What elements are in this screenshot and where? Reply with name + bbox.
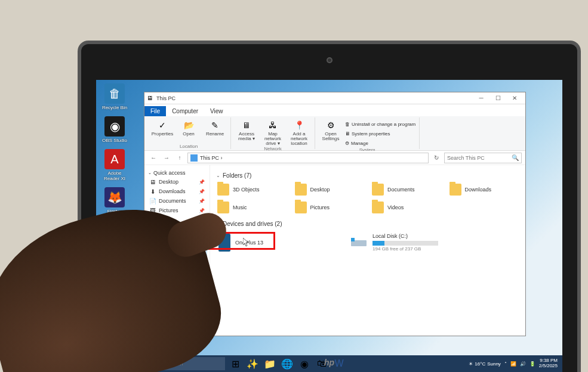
- add-location-button[interactable]: 📍Add a network location: [287, 117, 311, 146]
- uninstall-icon: 🗑: [345, 122, 350, 127]
- clock-date: 2/5/2025: [539, 364, 558, 369]
- folder-music[interactable]: Music: [216, 200, 288, 215]
- ribbon-group-system: ⚙Open Settings🗑Uninstall or change a pro…: [315, 117, 420, 149]
- folder-icon: [450, 184, 461, 196]
- folder-icon: [217, 184, 229, 196]
- thispc-icon: 🖥: [147, 95, 154, 102]
- tab-view[interactable]: View: [204, 106, 229, 116]
- nav-item-desktop[interactable]: 🖥Desktop📌: [147, 177, 207, 187]
- add-location-icon: 📍: [293, 119, 306, 132]
- folder-icon: [372, 184, 384, 196]
- access-media-icon: 🖥: [240, 119, 253, 132]
- window-controls: ─ ☐ ✕: [473, 93, 523, 104]
- chrome-taskbar-icon[interactable]: ◉: [297, 356, 312, 371]
- thispc-addr-icon: [190, 154, 198, 162]
- ribbon-group-network: 🖥Access media ▾🖧Map network drive ▾📍Add …: [231, 117, 315, 149]
- desktop-icon-label: OBS Studio: [100, 138, 130, 143]
- folders-section-header[interactable]: ⌄Folders (7): [216, 172, 519, 179]
- access-media-button[interactable]: 🖥Access media ▾: [235, 117, 258, 141]
- rename-button[interactable]: ✎Rename: [203, 117, 227, 137]
- drives-section-header[interactable]: ⌄Devices and drives (2): [216, 221, 519, 227]
- content-pane: ⌄Folders (7)3D ObjectsDesktopDocumentsDo…: [210, 165, 525, 336]
- close-button[interactable]: ✕: [506, 93, 523, 104]
- task-view-button[interactable]: ⊞: [227, 356, 243, 371]
- clock[interactable]: 9:38 PM 2/5/2025: [539, 358, 560, 369]
- uninstall-button[interactable]: 🗑Uninstall or change a program: [345, 120, 415, 128]
- maximize-button[interactable]: ☐: [490, 93, 506, 104]
- disk-icon: [350, 234, 368, 252]
- weather-cond: Sunny: [487, 361, 501, 367]
- search-icon: 🔍: [512, 154, 519, 161]
- manage-icon: ⚙: [345, 141, 349, 146]
- tab-file[interactable]: File: [144, 106, 166, 116]
- map-drive-button[interactable]: 🖧Map network drive ▾: [261, 117, 285, 146]
- open-settings-icon: ⚙: [324, 119, 337, 132]
- desktop-icon-obs[interactable]: ◉OBS Studio: [100, 116, 130, 143]
- search-box[interactable]: 🔍: [444, 153, 522, 163]
- pin-icon: 📌: [199, 179, 205, 185]
- ribbon-group-label: Location: [180, 144, 198, 149]
- folder-videos[interactable]: Videos: [371, 200, 442, 215]
- weather-widget[interactable]: ☀ 16°C Sunny: [469, 361, 501, 367]
- desktop-icon-adobe[interactable]: AAdobe Reader XI: [100, 149, 130, 181]
- nav-item-downloads[interactable]: ⬇Downloads📌: [147, 187, 207, 196]
- folder-desktop[interactable]: Desktop: [294, 182, 365, 197]
- folder-pictures[interactable]: Pictures: [294, 200, 365, 215]
- laptop-brand-logo: hp: [324, 358, 334, 367]
- tab-computer[interactable]: Computer: [166, 106, 204, 116]
- downloads-icon: ⬇: [149, 188, 156, 195]
- copilot-icon[interactable]: ✨: [245, 356, 260, 371]
- open-settings-button[interactable]: ⚙Open Settings: [319, 117, 343, 141]
- minimize-button[interactable]: ─: [473, 93, 490, 104]
- desktop-icon-recycle-bin[interactable]: 🗑Recycle Bin: [100, 83, 130, 110]
- pin-icon: 📌: [199, 199, 205, 204]
- sys-props-button[interactable]: 🖥System properties: [345, 129, 415, 138]
- open-button[interactable]: 📂Open: [177, 117, 201, 137]
- folder-icon: [217, 202, 229, 213]
- ribbon-group-location: ✓Properties📂Open✎RenameLocation: [147, 117, 231, 149]
- nav-quick-access[interactable]: ⌄Quick access: [147, 169, 207, 177]
- search-input[interactable]: [447, 155, 509, 161]
- ribbon-tabs: FileComputerView: [144, 104, 525, 116]
- sys-props-icon: 🖥: [345, 131, 350, 137]
- disk-usage-bar: [372, 241, 438, 246]
- address-text: This PC ›: [200, 155, 223, 161]
- drive-localdisk[interactable]: Local Disk (C:)194 GB free of 237 GB: [347, 231, 467, 254]
- up-button[interactable]: ↑: [174, 153, 185, 163]
- folder-icon: [295, 202, 307, 213]
- network-icon[interactable]: 📶: [510, 361, 516, 367]
- folder-documents[interactable]: Documents: [371, 182, 442, 197]
- properties-button[interactable]: ✓Properties: [150, 117, 174, 137]
- adobe-icon: A: [104, 149, 125, 169]
- forward-button[interactable]: →: [161, 153, 172, 163]
- edge-taskbar-icon[interactable]: 🌐: [279, 356, 295, 371]
- back-button[interactable]: ←: [148, 153, 159, 163]
- folder-downloads[interactable]: Downloads: [448, 182, 520, 197]
- folder-3d-objects[interactable]: 3D Objects: [216, 182, 288, 197]
- rename-icon: ✎: [208, 119, 221, 132]
- webcam: [327, 57, 333, 63]
- manage-button[interactable]: ⚙Manage: [345, 139, 415, 147]
- refresh-button[interactable]: ↻: [431, 153, 442, 163]
- firefox-icon: 🦊: [104, 187, 125, 207]
- desktop-icon-label: Adobe Reader XI: [100, 170, 130, 181]
- explorer-taskbar-icon[interactable]: 📁: [262, 356, 278, 371]
- folder-icon: [372, 202, 384, 213]
- map-drive-icon: 🖧: [266, 119, 279, 132]
- volume-icon[interactable]: 🔊: [520, 361, 526, 367]
- documents-icon: 📄: [149, 197, 156, 204]
- properties-icon: ✓: [156, 119, 169, 132]
- ribbon: ✓Properties📂Open✎RenameLocation🖥Access m…: [144, 116, 525, 151]
- desktop-icon-label: Recycle Bin: [100, 105, 130, 110]
- window-title: This PC: [156, 95, 473, 101]
- nav-item-documents[interactable]: 📄Documents📌: [147, 196, 207, 206]
- recycle-bin-icon: 🗑: [104, 83, 125, 104]
- folders-grid: 3D ObjectsDesktopDocumentsDownloadsMusic…: [216, 182, 519, 215]
- address-bar[interactable]: This PC ›: [187, 153, 429, 163]
- system-tray: ☀ 16°C Sunny ˄ 📶 🔊 🔋 9:38 PM 2/5/2025: [469, 358, 560, 369]
- address-bar-row: ← → ↑ This PC › ↻ 🔍: [144, 151, 525, 165]
- battery-icon[interactable]: 🔋: [529, 361, 535, 367]
- tray-chevron-icon[interactable]: ˄: [504, 361, 507, 367]
- titlebar: 🖥 This PC ─ ☐ ✕: [144, 92, 525, 104]
- pin-icon: 📌: [199, 208, 205, 213]
